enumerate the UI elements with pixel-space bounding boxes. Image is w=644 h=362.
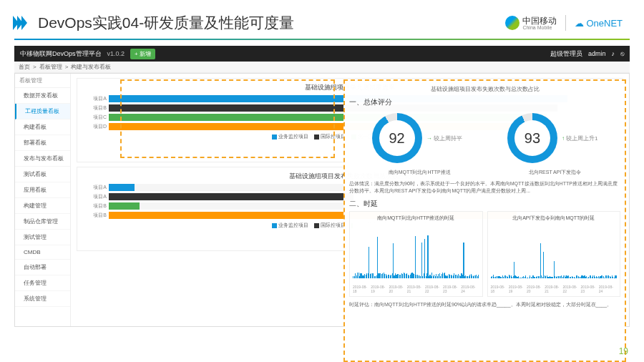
cm-en: China Mobile (522, 25, 557, 30)
score-donut-2: 93 (507, 113, 557, 163)
score2-note: ↑较上周上升1 (562, 134, 597, 142)
logout-icon[interactable]: ⎋ (620, 50, 624, 57)
slide-header: DevOps实践04-研发质量及性能可度量 中国移动 China Mobile … (0, 0, 644, 39)
sidebar-item[interactable]: 测试看板 (15, 167, 70, 182)
latency-footer: 时延评估：南向MQTT到北向HTTP推送的时延90%以内的请求率趋_____。本… (349, 301, 620, 308)
slide-title: DevOps实践04-研发质量及性能可度量 (38, 13, 294, 33)
sidebar-item[interactable]: 测试管理 (15, 230, 70, 245)
arrow-flat-icon: → (426, 135, 432, 142)
cloud-icon: ☁ (575, 18, 584, 29)
sidebar-item[interactable]: 数据开发看板 (15, 88, 70, 104)
ts1-title: 南向MQTT到北向HTTP推送的时延 (353, 215, 479, 222)
page-number: 19 (619, 346, 628, 356)
crumb-leaf: 构建与发布看板 (71, 63, 111, 71)
app-version: v1.0.2 (107, 50, 125, 57)
ts2-title: 北向API下发指令到南向MQTT的时延 (491, 215, 618, 222)
sidebar-item[interactable]: 系统管理 (15, 291, 70, 307)
china-mobile-logo: 中国移动 China Mobile (505, 16, 557, 30)
score-row: 92 →较上周持平 93 ↑较上周上升1 (349, 113, 620, 163)
highlight-box-report: 基础设施组项目发布失败次数与总次数占比 一、总体评分 92 →较上周持平 93 … (343, 79, 626, 362)
chevron-logo-icon (14, 16, 27, 30)
bell-icon[interactable]: ♪ (612, 50, 615, 57)
sidebar-item[interactable]: 自动部署 (15, 260, 70, 275)
user-role: 超级管理员 (550, 49, 582, 59)
slide-content: 中移物联网DevOps管理平台 v1.0.2 + 新增 超级管理员 admin … (0, 40, 644, 333)
section-score-heading: 一、总体评分 (349, 97, 620, 107)
onenet-logo: ☁ OneNET (575, 18, 623, 29)
ts-panel-1: 南向MQTT到北向HTTP推送的时延 2019-08-182019-08-192… (349, 211, 483, 297)
sidebar-item[interactable]: CMDB (15, 245, 70, 260)
sidebar-item[interactable]: 工程质量看板 (15, 104, 70, 119)
sidebar-item[interactable]: 部署看板 (15, 135, 70, 151)
user-name[interactable]: admin (588, 50, 606, 57)
header-right: 中国移动 China Mobile ☁ OneNET (505, 15, 623, 31)
ts2-chart (491, 223, 618, 284)
summary-text: 总体情况：满意度分数为90时，表示系统处于一个良好的水平。本周南向MQTT接连数… (349, 180, 620, 195)
header-left: DevOps实践04-研发质量及性能可度量 (14, 13, 294, 33)
sidebar-item[interactable]: 制品仓库管理 (15, 214, 70, 230)
arrow-up-icon: ↑ (562, 135, 565, 142)
app-topbar: 中移物联网DevOps管理平台 v1.0.2 + 新增 超级管理员 admin … (14, 46, 630, 62)
app-name: 中移物联网DevOps管理平台 (20, 49, 102, 59)
score-donut-1: 92 (372, 113, 422, 163)
ts2-axis: 2019-08-182019-08-192019-08-202019-08-21… (491, 285, 618, 293)
onenet-text: OneNET (586, 18, 623, 29)
sidebar-item[interactable]: 构建看板 (15, 119, 70, 135)
section-latency-heading: 二、时延 (349, 199, 620, 209)
overlay-top-title: 基础设施组项目发布失败次数与总次数占比 (349, 85, 620, 93)
sidebar-item[interactable]: 任务管理 (15, 275, 70, 291)
new-button[interactable]: + 新增 (130, 49, 155, 59)
sidebar-item[interactable]: 发布与发布看板 (15, 151, 70, 167)
logo-divider (565, 15, 566, 31)
score2-label: 北向REST API下发指令 (529, 169, 581, 176)
breadcrumb: 首页 > 看板管理 > 构建与发布看板 (14, 62, 630, 73)
sidebar: 看板管理 数据开发看板工程质量看板构建看板部署看板发布与发布看板测试看板应用看板… (15, 74, 71, 326)
sidebar-item[interactable]: 构建管理 (15, 198, 70, 214)
timeseries-row: 南向MQTT到北向HTTP推送的时延 2019-08-182019-08-192… (349, 211, 620, 297)
crumb-home[interactable]: 首页 (19, 63, 30, 71)
crumb-mid[interactable]: 看板管理 (39, 63, 62, 71)
cm-cn: 中国移动 (522, 16, 557, 25)
score1-note: →较上周持平 (426, 134, 462, 142)
ts-panel-2: 北向API下发指令到南向MQTT的时延 2019-08-182019-08-19… (487, 211, 621, 297)
ts1-chart (353, 223, 479, 284)
sidebar-item[interactable]: 应用看板 (15, 182, 70, 198)
ts1-axis: 2019-08-182019-08-192019-08-202019-08-21… (353, 285, 479, 293)
sidebar-group: 看板管理 (15, 74, 70, 88)
score1-label: 南向MQTT到北向HTTP推送 (389, 169, 451, 176)
cm-glyph-icon (505, 16, 519, 30)
